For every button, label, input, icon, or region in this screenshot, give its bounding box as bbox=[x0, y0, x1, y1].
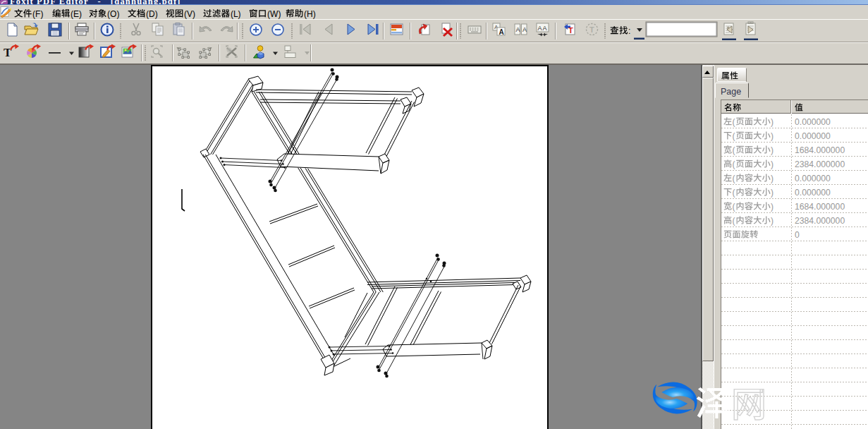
svg-text:Foxit PDF Editor - [danhua: Foxit PDF Editor - [danhuang.pdf] bbox=[10, 0, 181, 6]
svg-text::: : bbox=[628, 26, 630, 36]
svg-text:(H): (H) bbox=[304, 9, 316, 19]
svg-text:0.000000: 0.000000 bbox=[795, 188, 831, 198]
svg-text:0: 0 bbox=[795, 230, 800, 240]
svg-text:(F): (F) bbox=[32, 9, 43, 19]
svg-text:0.000000: 0.000000 bbox=[795, 117, 831, 127]
svg-text:0.000000: 0.000000 bbox=[795, 174, 831, 183]
svg-text:): ) bbox=[771, 145, 774, 155]
svg-text:1684.000000: 1684.000000 bbox=[795, 145, 845, 155]
svg-text:(V): (V) bbox=[184, 9, 195, 19]
svg-text:(: ( bbox=[732, 131, 735, 141]
svg-text:): ) bbox=[771, 159, 774, 169]
svg-text:(D): (D) bbox=[146, 9, 158, 19]
svg-text:(: ( bbox=[732, 159, 735, 169]
svg-text:(E): (E) bbox=[71, 9, 82, 19]
svg-text:A: A bbox=[522, 26, 527, 33]
svg-text:(W): (W) bbox=[267, 9, 281, 19]
svg-text:2384.000000: 2384.000000 bbox=[795, 159, 845, 169]
svg-text:A: A bbox=[538, 25, 542, 32]
svg-text:(: ( bbox=[732, 117, 735, 127]
svg-text:(: ( bbox=[732, 145, 735, 155]
svg-text:(L): (L) bbox=[231, 9, 241, 19]
svg-text:): ) bbox=[771, 174, 774, 183]
svg-text:0.000000: 0.000000 bbox=[795, 131, 831, 141]
svg-text:Page: Page bbox=[721, 87, 741, 97]
svg-text:1684.000000: 1684.000000 bbox=[795, 202, 845, 212]
svg-text:A: A bbox=[516, 26, 520, 33]
svg-text:T: T bbox=[568, 26, 573, 35]
svg-text:): ) bbox=[771, 188, 774, 198]
svg-text:T: T bbox=[589, 25, 594, 34]
svg-text:): ) bbox=[771, 216, 774, 226]
svg-text:(O): (O) bbox=[107, 9, 119, 19]
svg-text:A: A bbox=[543, 25, 547, 32]
svg-text:): ) bbox=[771, 131, 774, 141]
svg-text:A: A bbox=[499, 28, 504, 36]
svg-text:): ) bbox=[771, 202, 774, 212]
svg-text:(: ( bbox=[732, 202, 735, 212]
svg-text:2384.000000: 2384.000000 bbox=[795, 216, 845, 226]
svg-text:(: ( bbox=[732, 174, 735, 183]
svg-text:(: ( bbox=[732, 216, 735, 226]
svg-text:): ) bbox=[771, 117, 774, 127]
svg-text:(: ( bbox=[732, 188, 735, 198]
